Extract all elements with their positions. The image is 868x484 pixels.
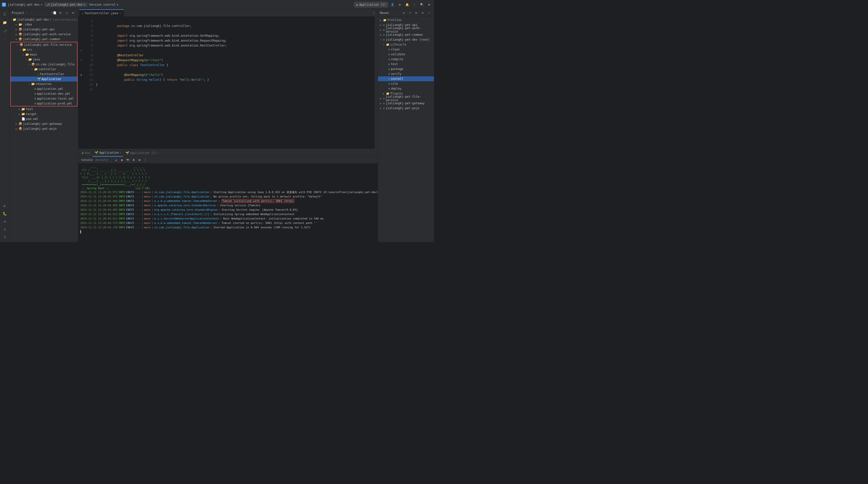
tree-package[interactable]: ▾ 📦 cn.com.jialiangkj.file: [11, 62, 77, 67]
gw-maven-icon: m: [383, 102, 385, 105]
tree-java[interactable]: ▾ 📂 java: [11, 57, 77, 62]
maven-profiles[interactable]: ▶ 📁 Profiles: [378, 18, 434, 23]
maven-auth[interactable]: ▶ m jialiangkj-pet-auth-service: [378, 27, 434, 32]
maven-clean[interactable]: ⚙ clean: [378, 47, 434, 52]
tree-file-service[interactable]: ▾ 📦 jialiangkj-pet-file-service: [11, 42, 77, 47]
log-class-1[interactable]: cn.com.jialiangkj.file.Application: [154, 190, 209, 194]
maven-run-icon[interactable]: ▶: [413, 10, 419, 16]
tree-auth[interactable]: ▶ 📦 jialiangkj-pet-auth-service: [10, 32, 78, 37]
log-class-7[interactable]: w.s.c.ServletWebServerApplicationContext: [154, 216, 219, 221]
version-control[interactable]: Version control ▾: [89, 3, 119, 6]
close-sidebar-icon[interactable]: ✕: [64, 10, 70, 16]
profile-icon[interactable]: 👤: [390, 2, 395, 8]
tree-resources[interactable]: ▾ 📂 resources: [11, 82, 77, 86]
maven-refresh-icon[interactable]: ↺: [401, 10, 407, 16]
log-class-4[interactable]: o.apache.catalina.core.StandardService: [154, 203, 216, 208]
console-settings-btn[interactable]: ⊞: [137, 158, 142, 162]
package-lc-label: package: [391, 67, 403, 71]
screenshot-btn[interactable]: 📷: [125, 158, 130, 162]
log-class-5[interactable]: org.apache.catalina.core.StandardEngine: [154, 208, 217, 212]
maven-lifecycle[interactable]: ▾ 📁 Lifecycle: [378, 42, 434, 47]
log-date-7: 2024-11-11 21:20:44.551: [80, 216, 118, 221]
maven-verify[interactable]: ⚙ verify: [378, 71, 434, 77]
log-class-2[interactable]: cn.com.jialiangkj.file.Application: [154, 194, 209, 199]
pause-btn[interactable]: ⏸: [131, 158, 136, 162]
maven-skip-icon[interactable]: ⊘: [420, 10, 426, 16]
settings-gear-icon[interactable]: ⚙: [397, 2, 403, 8]
maven-validate[interactable]: ⚙ validate: [378, 52, 434, 57]
settings-icon[interactable]: ⚙: [426, 2, 432, 8]
tree-src[interactable]: ▾ 📂 src: [11, 47, 77, 52]
app-tab-close[interactable]: ✕: [120, 151, 121, 154]
editor-more-icon[interactable]: ⋮: [371, 10, 377, 16]
maven-site[interactable]: ⚙ site: [378, 81, 434, 86]
log-class-6[interactable]: o.a.c.c.C.[Tomcat].[localhost].[/]: [154, 212, 209, 216]
run-left-icon[interactable]: ▶: [1, 202, 9, 210]
log-class-8[interactable]: o.s.b.w.embedded.tomcat.TomcatWebServer: [154, 221, 217, 225]
tree-idea[interactable]: ▶ 📂 .idea: [10, 22, 78, 27]
tree-root[interactable]: ▾ 📁 jialiangkj-pet-dev E:\sourceTree\jia…: [10, 17, 78, 22]
branch-icon: ⎇: [46, 3, 50, 6]
bottom-tab-application[interactable]: 🌱 Application ✕: [93, 149, 123, 157]
tree-pojo[interactable]: ▶ 📦 jialiangkj-pet-pojo: [10, 126, 78, 131]
tree-api[interactable]: ▶ 📦 jialiangkj-pet-api: [10, 27, 78, 32]
terminal-icon[interactable]: ⊞: [1, 217, 9, 225]
branch-selector[interactable]: ⎇ jialiangkj-pet-dev ▾: [44, 2, 87, 7]
code-3: import org.springframework.web.bind.anno…: [96, 28, 373, 33]
new-file-icon[interactable]: +📄: [51, 10, 57, 16]
log-thread-8: main: [144, 221, 151, 225]
tree-gateway[interactable]: ▶ 📦 jialiangkj-pet-gateway: [10, 121, 78, 126]
maven-package[interactable]: ⚙ package: [378, 66, 434, 71]
folder-icon[interactable]: 📁: [1, 19, 9, 26]
bottom-tab-application1[interactable]: 🌱 Application (1) ✕: [124, 149, 161, 157]
tree-test[interactable]: ▶ 📂 test: [10, 107, 78, 112]
maven-dev-root[interactable]: ▾ m jialiangkj-pet-dev (root): [378, 37, 434, 42]
tree-common[interactable]: ▶ 📦 jialiangkj-pet-common: [10, 37, 78, 41]
info-icon[interactable]: ℹ: [1, 233, 9, 241]
list-icon[interactable]: ≡: [1, 225, 9, 233]
log-class-9[interactable]: cn.com.jialiangkj.file.Application: [154, 225, 209, 230]
actuator-subtab[interactable]: Actuator: [94, 158, 110, 162]
notification-icon[interactable]: 🔔: [404, 2, 410, 8]
tree-app-dev-yml[interactable]: ⚙ application-dev.yml: [11, 91, 77, 96]
tree-main[interactable]: ▾ 📂 main: [11, 52, 77, 57]
bottom-tab-run[interactable]: ▶ Run: [80, 149, 92, 157]
tree-app-local-yml[interactable]: ⚙ application-local.yml: [11, 96, 77, 101]
tree-application[interactable]: 🌱 Application: [11, 77, 77, 82]
maximize-sidebar-icon[interactable]: ⊡: [70, 10, 76, 16]
log-bracket-9: ]: [152, 225, 153, 230]
app-run-button[interactable]: ▶ Application (1): [354, 2, 388, 7]
app1-tab-close[interactable]: ✕: [158, 152, 159, 154]
tree-target[interactable]: ▶ 📂 target: [10, 112, 78, 117]
tree-app-yml[interactable]: ⚙ application.yml: [11, 86, 77, 91]
more-icon[interactable]: ⋮: [411, 2, 417, 8]
maven-file-service[interactable]: ▶ m jialiangkj-pet-file-service: [378, 96, 434, 101]
search-icon[interactable]: 🔍: [419, 2, 425, 8]
hamburger-icon[interactable]: ☰: [1, 10, 9, 18]
maven-test[interactable]: ⚙ test: [378, 62, 434, 66]
tab-close-icon[interactable]: ✕: [120, 12, 121, 14]
project-selector[interactable]: jialiangkj-pet-dev ▾: [8, 3, 42, 6]
git-icon[interactable]: ⎇: [1, 27, 9, 35]
maven-more-icon[interactable]: ⋯: [426, 10, 432, 16]
maven-install[interactable]: ⚙ install: [378, 77, 434, 81]
more-console-btn[interactable]: ⋮: [143, 158, 148, 162]
console-subtab[interactable]: Console: [80, 158, 93, 162]
maven-add-icon[interactable]: +: [407, 10, 413, 16]
debug-icon[interactable]: 🐛: [1, 210, 9, 217]
tree-testcontroller[interactable]: ☕ TestController: [11, 72, 77, 77]
collapse-icon[interactable]: ⊟: [58, 10, 63, 16]
stop-btn[interactable]: ■: [119, 158, 124, 162]
code-area[interactable]: package cn.com.jialiangkj.file.controlle…: [94, 17, 375, 149]
editor-tab-testcontroller[interactable]: ☕ TestController.java ✕: [79, 9, 124, 17]
log-class-3[interactable]: o.s.b.w.embedded.tomcat.TomcatWebServer: [154, 199, 217, 203]
tree-controller[interactable]: ▾ 📂 controller: [11, 67, 77, 72]
log-sep-1: --- [: [135, 190, 143, 194]
maven-pojo[interactable]: ▶ m jialiangkj-pet-pojo: [378, 106, 434, 111]
tree-app-prod-yml[interactable]: ⚙ application-prod.yml: [11, 101, 77, 106]
tree-pom[interactable]: 📄 pom.xml: [10, 117, 78, 121]
maven-compile[interactable]: ⚙ compile: [378, 57, 434, 62]
dots-icon[interactable]: ⋮: [1, 35, 9, 43]
maven-deploy[interactable]: ⚙ deploy: [378, 86, 434, 91]
restart-btn[interactable]: ↺: [114, 158, 118, 162]
